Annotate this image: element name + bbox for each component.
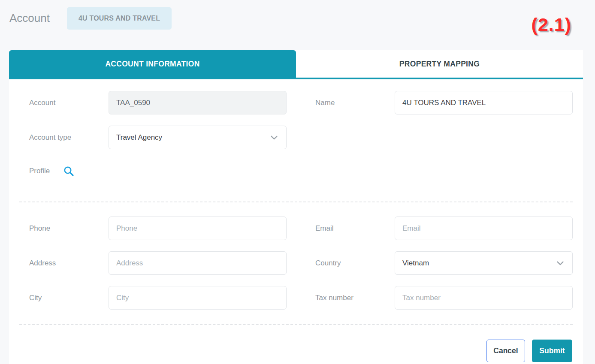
form-row-profile: Profile xyxy=(29,160,573,182)
account-input xyxy=(109,91,287,114)
account-type-select[interactable]: Travel Agency xyxy=(109,126,287,149)
page-title: Account xyxy=(9,12,50,25)
tab-property-mapping[interactable]: PROPERTY MAPPING xyxy=(296,50,583,78)
tax-number-label: Tax number xyxy=(315,294,395,302)
form-row-address-country: Address Country Vietnam xyxy=(29,251,573,275)
name-input[interactable] xyxy=(395,91,573,114)
chevron-down-icon xyxy=(269,133,279,142)
tab-bar: ACCOUNT INFORMATION PROPERTY MAPPING xyxy=(9,50,583,79)
tax-number-input[interactable] xyxy=(395,286,573,310)
divider xyxy=(19,324,573,325)
country-label: Country xyxy=(315,259,395,268)
email-input[interactable] xyxy=(395,217,573,240)
country-value: Vietnam xyxy=(402,259,429,268)
city-input[interactable] xyxy=(109,286,287,310)
phone-label: Phone xyxy=(29,224,109,233)
form-row-phone-email: Phone Email xyxy=(29,217,573,240)
account-page: Account 4U TOURS AND TRAVEL (2.1) ACCOUN… xyxy=(0,0,595,364)
country-select[interactable]: Vietnam xyxy=(395,251,573,275)
annotation-step-label: (2.1) xyxy=(532,14,571,35)
account-type-label: Account type xyxy=(29,133,109,142)
account-type-value: Travel Agency xyxy=(116,133,162,142)
name-label: Name xyxy=(315,99,395,107)
email-label: Email xyxy=(315,224,395,233)
profile-search-button[interactable] xyxy=(63,165,75,177)
address-input[interactable] xyxy=(109,251,287,275)
tab-account-information[interactable]: ACCOUNT INFORMATION xyxy=(9,50,296,78)
chevron-down-icon xyxy=(556,259,565,268)
cancel-button[interactable]: Cancel xyxy=(486,340,525,362)
search-icon xyxy=(63,165,75,177)
account-card: ACCOUNT INFORMATION PROPERTY MAPPING Acc… xyxy=(9,50,583,364)
account-form: Account Name Account type Travel Agency xyxy=(9,79,583,362)
address-label: Address xyxy=(29,259,109,268)
phone-input[interactable] xyxy=(109,217,287,240)
profile-label: Profile xyxy=(29,167,50,175)
divider xyxy=(19,202,573,202)
form-row-account-type: Account type Travel Agency xyxy=(29,126,573,149)
city-label: City xyxy=(29,294,109,302)
form-row-city-tax: City Tax number xyxy=(29,286,573,310)
account-name-badge: 4U TOURS AND TRAVEL xyxy=(67,7,172,30)
submit-button[interactable]: Submit xyxy=(532,340,572,362)
account-label: Account xyxy=(29,99,109,107)
form-actions: Cancel Submit xyxy=(29,340,573,362)
form-row-account-name: Account Name xyxy=(29,91,573,114)
